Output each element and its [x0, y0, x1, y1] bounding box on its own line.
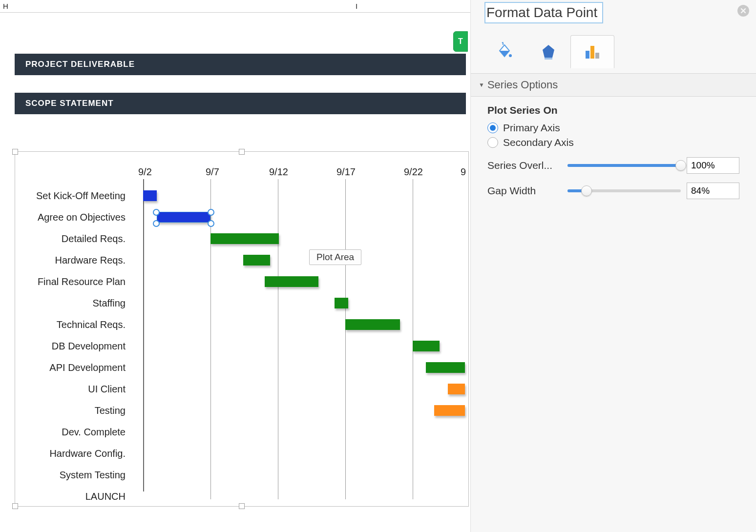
overlap-slider[interactable] — [567, 164, 681, 167]
gantt-bar[interactable] — [143, 190, 157, 201]
svg-marker-1 — [543, 45, 554, 58]
y-category: UI Client — [21, 378, 128, 400]
y-category: Staffing — [21, 292, 128, 314]
gridline — [210, 179, 211, 499]
series-tab-icon[interactable] — [570, 35, 614, 68]
y-category: API Development — [21, 357, 128, 378]
chart-handle[interactable] — [239, 149, 245, 155]
y-category: Final Resource Plan — [21, 271, 128, 292]
gantt-bar[interactable] — [448, 384, 465, 394]
y-category: System Testing — [21, 464, 128, 486]
chart-handle[interactable] — [12, 149, 18, 155]
chart-handle[interactable] — [239, 503, 245, 509]
col-header-h[interactable]: H — [3, 2, 8, 10]
plot-area[interactable]: 9/2 9/7 9/12 9/17 9/22 9 Set Kick-Off Me… — [30, 165, 464, 501]
overlap-input[interactable] — [687, 158, 756, 173]
disclosure-triangle-icon: ▼ — [479, 82, 484, 88]
gridline — [278, 179, 278, 499]
plot-on-label: Plot Series On — [487, 104, 739, 116]
y-category: Set Kick-Off Meeting — [21, 185, 128, 206]
y-category: Agree on Objectives — [21, 206, 128, 228]
gantt-bar[interactable] — [345, 319, 400, 330]
gantt-chart[interactable]: 9/2 9/7 9/12 9/17 9/22 9 Set Kick-Off Me… — [15, 151, 469, 507]
primary-axis-radio[interactable]: Primary Axis — [487, 122, 739, 134]
series-options-header[interactable]: ▼ Series Options — [471, 73, 756, 97]
gridline — [345, 179, 346, 499]
gantt-bar[interactable] — [265, 276, 318, 287]
svg-rect-5 — [595, 53, 599, 59]
header-project-deliverable: PROJECT DELIVERABLE — [15, 54, 466, 75]
svg-rect-3 — [586, 51, 589, 59]
panel-title[interactable]: Format Data Point — [484, 2, 603, 23]
svg-rect-4 — [590, 46, 594, 59]
overlap-value-box[interactable]: ▲▼ — [687, 157, 739, 174]
overlap-label: Series Overl... — [487, 160, 562, 171]
format-panel: Format Data Point — [470, 0, 756, 532]
secondary-axis-radio[interactable]: Secondary Axis — [487, 137, 739, 148]
x-tick-label: 9/17 — [336, 166, 356, 178]
plot-area-tooltip: Plot Area — [309, 249, 361, 265]
y-axis-line — [143, 179, 144, 491]
gantt-bar[interactable] — [243, 255, 270, 266]
gap-value-box[interactable]: ▲▼ — [687, 183, 739, 199]
radio-label: Secondary Axis — [503, 137, 574, 148]
col-header-i[interactable]: I — [356, 2, 357, 10]
gantt-bar[interactable] — [434, 405, 465, 416]
panel-tabs — [471, 23, 756, 73]
bar-select-handle[interactable] — [153, 209, 160, 216]
section-title: Series Options — [487, 79, 558, 91]
gridline — [413, 179, 413, 499]
x-tick-label: 9 — [461, 166, 466, 178]
gantt-bar[interactable] — [413, 341, 440, 351]
gantt-bar[interactable] — [335, 298, 348, 308]
y-category: Testing — [21, 400, 128, 421]
gap-input[interactable] — [687, 183, 756, 199]
sheet-area: PROJECT DELIVERABLE SCOPE STATEMENT — [15, 14, 466, 132]
radio-icon — [487, 123, 498, 133]
slider-thumb[interactable] — [581, 185, 592, 196]
x-tick-label: 9/2 — [138, 166, 152, 178]
y-category: Hardware Reqs. — [21, 249, 128, 271]
header-scope-statement: SCOPE STATEMENT — [15, 93, 466, 114]
effects-tab-icon[interactable] — [526, 35, 570, 68]
radio-label: Primary Axis — [503, 122, 560, 134]
bar-select-handle[interactable] — [208, 220, 214, 227]
bar-select-handle[interactable] — [208, 209, 214, 216]
radio-icon — [487, 137, 498, 148]
y-category: Technical Reqs. — [21, 314, 128, 335]
gantt-bar[interactable] — [426, 362, 465, 373]
y-category: LAUNCH — [21, 486, 128, 507]
slider-thumb[interactable] — [675, 160, 686, 171]
x-tick-label: 9/22 — [404, 166, 423, 178]
x-tick-label: 9/7 — [206, 166, 219, 178]
gap-label: Gap Width — [487, 185, 562, 197]
close-icon[interactable] — [737, 5, 749, 17]
bar-select-handle[interactable] — [153, 220, 160, 227]
y-category: DB Development — [21, 335, 128, 357]
svg-point-0 — [509, 54, 512, 57]
svg-rect-2 — [545, 58, 552, 60]
gap-slider[interactable] — [567, 189, 681, 192]
x-tick-label: 9/12 — [269, 166, 288, 178]
top-green-button[interactable]: T — [453, 31, 468, 52]
gantt-bar-selected[interactable] — [157, 212, 210, 223]
fill-tab-icon[interactable] — [483, 35, 526, 68]
y-category: Detailed Reqs. — [21, 228, 128, 249]
y-category: Dev. Complete — [21, 421, 128, 443]
chart-handle[interactable] — [12, 503, 18, 509]
gantt-bar[interactable] — [210, 233, 279, 244]
y-category: Hardware Config. — [21, 443, 128, 464]
